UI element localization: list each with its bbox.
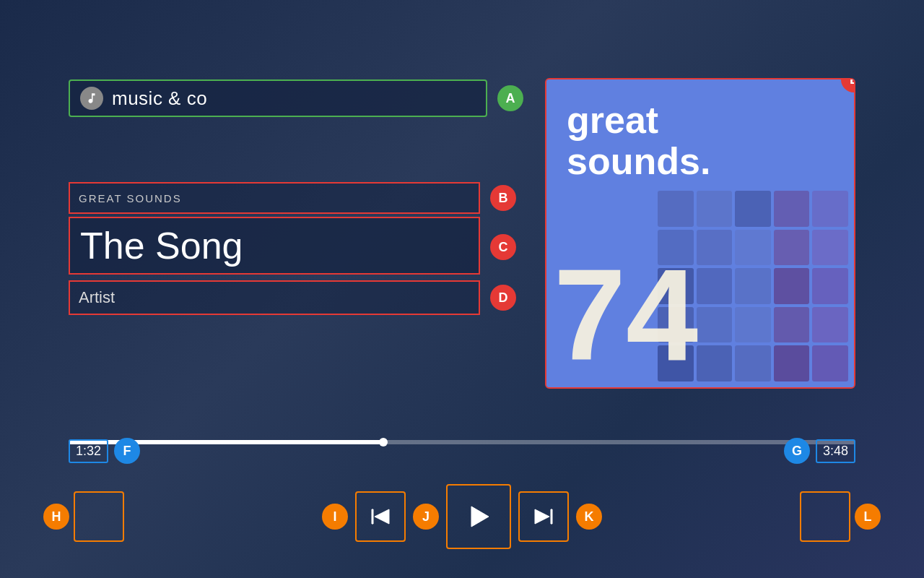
badge-c[interactable]: C [490,234,516,260]
play-icon [464,502,493,531]
time-right: G 3:48 [784,438,855,464]
album-art: great sounds. 74 E [545,78,855,389]
time-left: 1:32 F [69,438,140,464]
svg-marker-0 [372,509,373,524]
album-title: great sounds. [567,100,710,182]
song-title: The Song [69,217,480,275]
badge-b[interactable]: B [490,185,516,211]
current-time: 1:32 [69,439,108,463]
playlist-label: GREAT SOUNDS [69,182,480,214]
artist-name: Artist [69,280,480,315]
badge-a[interactable]: A [497,85,523,111]
right-extra-button[interactable] [800,491,850,542]
svg-marker-3 [535,509,549,524]
playlist-row: GREAT SOUNDS B [69,182,516,214]
badge-l[interactable]: L [855,504,881,530]
badge-g[interactable]: G [784,438,810,464]
left-extra-button[interactable] [74,491,124,542]
search-box[interactable]: music & co [69,79,487,117]
music-icon [80,87,103,110]
badge-i[interactable]: I [322,504,348,530]
badge-k[interactable]: K [576,504,602,530]
skip-back-icon [369,505,392,528]
transport-controls: I J K [322,484,602,549]
play-button[interactable] [446,484,511,549]
time-row: 1:32 F G 3:48 [69,438,855,464]
skip-forward-icon [532,505,555,528]
album-art-inner: great sounds. 74 [546,79,854,387]
badge-h[interactable]: H [43,504,69,530]
track-info: GREAT SOUNDS B The Song C Artist D [69,182,516,318]
badge-d[interactable]: D [490,285,516,311]
svg-marker-2 [471,506,489,527]
badge-e[interactable]: E [841,78,855,92]
total-time: 3:48 [816,439,855,463]
prev-button[interactable] [355,491,406,542]
badge-j[interactable]: J [413,504,439,530]
song-title-row: The Song C [69,217,516,277]
right-controls: L [800,491,881,542]
music-note-icon [85,92,98,105]
badge-f[interactable]: F [114,438,140,464]
artist-row: Artist D [69,280,516,315]
svg-marker-1 [375,509,389,524]
svg-marker-4 [551,509,552,524]
search-bar-area: music & co A [69,79,523,117]
left-controls: H [43,491,124,542]
app-title: music & co [112,87,207,110]
next-button[interactable] [518,491,569,542]
album-number: 74 [554,250,698,380]
